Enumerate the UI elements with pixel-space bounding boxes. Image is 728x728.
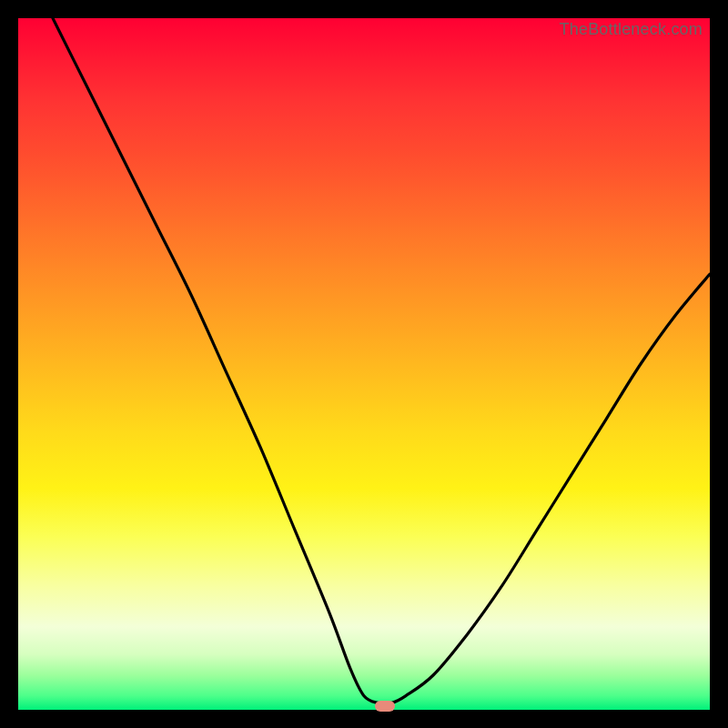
bottleneck-curve xyxy=(18,18,710,710)
plot-area: TheBottleneck.com xyxy=(18,18,710,710)
watermark-text: TheBottleneck.com xyxy=(560,20,703,39)
optimum-marker xyxy=(375,701,395,712)
chart-canvas: TheBottleneck.com xyxy=(0,0,728,728)
curve-path xyxy=(53,18,710,703)
